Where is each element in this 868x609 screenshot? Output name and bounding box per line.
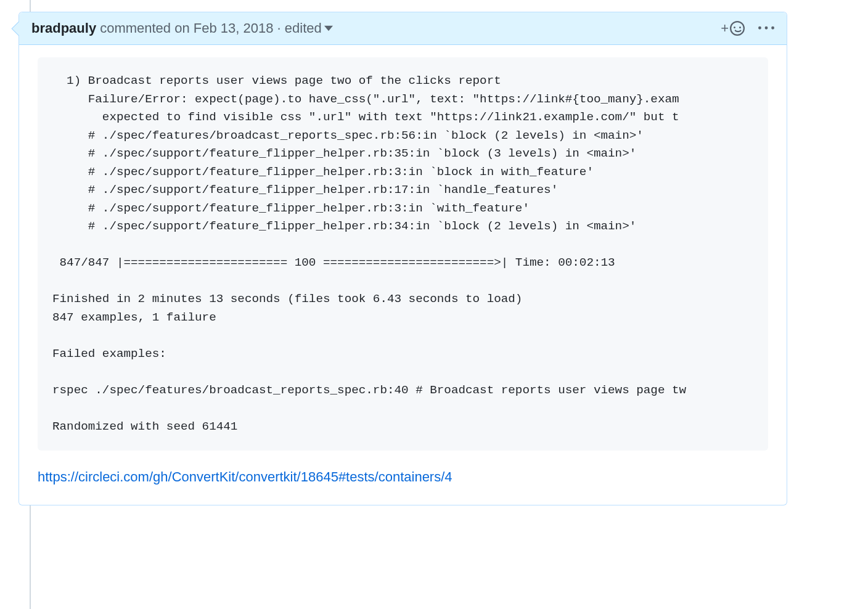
caret-down-icon: [324, 25, 333, 31]
comment-actions-menu-button[interactable]: [758, 20, 774, 36]
comment-timestamp-link[interactable]: on Feb 13, 2018: [174, 20, 273, 37]
edited-label: edited: [285, 20, 322, 37]
smiley-icon: [730, 21, 745, 36]
circleci-link[interactable]: https://circleci.com/gh/ConvertKit/conve…: [38, 469, 452, 484]
kebab-icon: [758, 20, 774, 36]
comment-header: bradpauly commented on Feb 13, 2018 · ed…: [19, 12, 787, 45]
header-separator: ·: [273, 20, 284, 37]
comment-header-actions: +: [721, 20, 774, 37]
comment-author-link[interactable]: bradpauly: [31, 20, 96, 37]
edited-dropdown[interactable]: edited: [285, 20, 333, 37]
plus-label: +: [721, 20, 729, 37]
add-reaction-button[interactable]: +: [721, 20, 745, 37]
commented-label: commented: [100, 20, 174, 37]
code-block: 1) Broadcast reports user views page two…: [38, 57, 768, 451]
comment-body: 1) Broadcast reports user views page two…: [19, 45, 787, 505]
issue-comment: bradpauly commented on Feb 13, 2018 · ed…: [18, 12, 787, 505]
